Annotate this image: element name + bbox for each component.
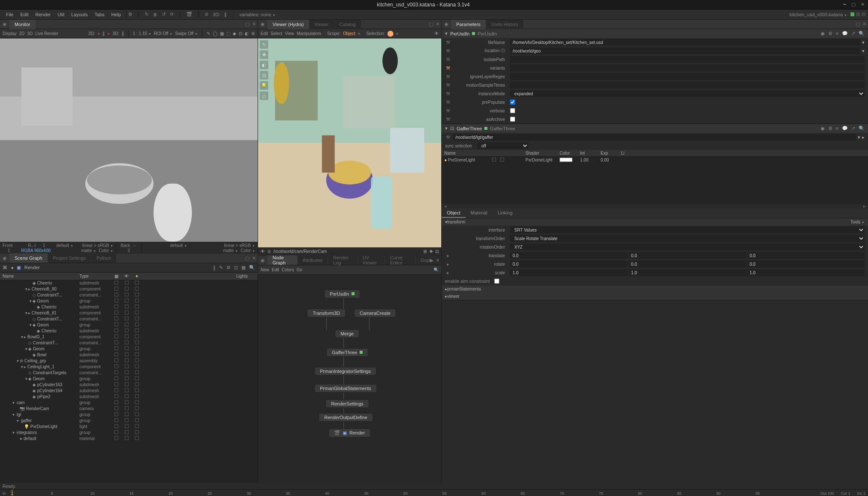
selection-mode-icon[interactable] xyxy=(387,31,393,37)
tab-projectsettings[interactable]: Project Settings xyxy=(48,253,91,263)
menu-util[interactable]: Util xyxy=(54,12,68,17)
light-ck1[interactable] xyxy=(492,158,496,161)
target-icon[interactable]: ⊙ xyxy=(267,249,271,254)
wrench-icon[interactable]: ⚒ xyxy=(445,48,451,54)
sg-home-icon[interactable]: ⌘ xyxy=(3,265,7,270)
subtab-object[interactable]: Object xyxy=(442,208,466,218)
sz-input[interactable] xyxy=(747,269,865,276)
pause-icon[interactable]: ‖ xyxy=(224,12,227,17)
sg-row[interactable]: ▾◆Geomgroup xyxy=(0,376,258,382)
tz-input[interactable] xyxy=(747,252,865,259)
hydra-manip[interactable]: Manipulators xyxy=(297,31,321,36)
monitor-viewport[interactable] xyxy=(0,38,258,242)
node-merge[interactable]: Merge xyxy=(335,329,359,338)
refresh-icon[interactable]: ↻ xyxy=(145,12,149,17)
par-panel-close-icon[interactable]: ✕ xyxy=(862,21,866,27)
opt-b-icon[interactable]: ⚙ xyxy=(828,126,833,131)
info-icon[interactable]: ⓘ xyxy=(501,48,505,53)
sg-breadcrumb[interactable]: Render xyxy=(24,265,40,270)
tab-renderlog[interactable]: Render Log xyxy=(328,255,357,265)
tab-hydra[interactable]: Viewer (Hydra) xyxy=(267,20,309,29)
light-exp[interactable]: 0.00 xyxy=(601,158,621,163)
panel-close-icon[interactable]: ✕ xyxy=(252,21,256,27)
ng-go[interactable]: Go xyxy=(296,267,302,272)
eye-icon[interactable]: 👁 xyxy=(261,249,265,254)
hydra-edit[interactable]: Edit xyxy=(261,31,268,36)
matteB-dropdown[interactable]: matte xyxy=(223,248,238,253)
opt-e-icon[interactable]: ↗ xyxy=(851,126,855,131)
tab-parameters[interactable]: Parameters xyxy=(451,20,486,29)
filename-input[interactable] xyxy=(510,39,860,46)
sg-opt2-icon[interactable]: ▦ xyxy=(241,265,246,270)
expand-icon[interactable]: ▸ xyxy=(445,261,451,267)
collapse-icon[interactable]: ▾ xyxy=(445,31,448,36)
opt-d-icon[interactable]: 💬 xyxy=(842,126,848,131)
archive-check[interactable] xyxy=(510,117,515,122)
hydra-panel-max-icon[interactable]: ▢ xyxy=(429,21,433,27)
sg-row[interactable]: ▾integratorsgroup xyxy=(0,430,258,436)
menu-render[interactable]: Render xyxy=(32,12,54,17)
sg-row[interactable]: ◇ConstraintT...constraint... xyxy=(0,316,258,322)
tool-g-icon[interactable]: ◐ xyxy=(245,31,249,36)
light-color-swatch[interactable] xyxy=(560,158,572,162)
tool-light-icon[interactable]: 💡 xyxy=(260,81,268,90)
sg-row[interactable]: ▾⊕Ceiling_grpassembly xyxy=(0,358,258,364)
variables-dropdown[interactable]: variables: none xyxy=(239,12,276,17)
wrench-icon[interactable]: ⚒ xyxy=(445,40,451,45)
sg-pause-icon[interactable]: ‖ xyxy=(213,265,216,270)
light-list[interactable]: ● PxrDomeLight PxrDomeLight 1.00 0.00 xyxy=(442,157,868,204)
display-label[interactable]: Display xyxy=(3,31,17,36)
wrench-icon[interactable]: ⚒ xyxy=(445,91,451,97)
sg-row[interactable]: ▾lgtgroup xyxy=(0,412,258,418)
expand-icon[interactable]: ▸ xyxy=(445,253,451,258)
sg-row[interactable]: ▾gaffergroup xyxy=(0,418,258,424)
pxrusdin-header[interactable]: ▾ PxrUsdIn PxrUsdIn ◉ ⚙ ≡ 💬 ↗ 🔍 xyxy=(442,29,868,38)
tab-viewer[interactable]: Viewer xyxy=(309,20,334,29)
pause-3d-icon[interactable]: ‖ xyxy=(122,31,124,36)
tab-python[interactable]: Python xyxy=(91,253,116,263)
node-prmanintegrator[interactable]: PrmanIntegratorSettings xyxy=(314,367,376,376)
tool-f-icon[interactable]: ⊡ xyxy=(239,31,242,36)
filename-dropdown[interactable]: kitchen_usd_v003.katana xyxy=(789,12,847,17)
view-mode-icon[interactable]: 👁 xyxy=(434,31,439,36)
tool-h-icon[interactable]: ⚙ xyxy=(251,31,255,36)
sg-pen-icon[interactable]: ✎ xyxy=(219,265,223,270)
colorspaceA-dropdown[interactable]: linear > sRGB xyxy=(82,243,113,248)
sg-row[interactable]: ▾▸CeilingLight_1component xyxy=(0,364,258,370)
ty-input[interactable] xyxy=(628,252,746,259)
wrench-icon[interactable]: ⚒ xyxy=(445,135,451,140)
tab-attributes[interactable]: Attributes xyxy=(298,255,328,265)
tab-scenegraph[interactable]: Scene Graph xyxy=(9,253,47,263)
record-icon[interactable]: ● xyxy=(97,31,100,36)
timeline[interactable]: In 1 51015202530354045505560657075808590… xyxy=(0,489,868,496)
rx-input[interactable] xyxy=(510,261,628,267)
sg-row[interactable]: 📷RenderCamcamera xyxy=(0,406,258,412)
hydra-select[interactable]: Select xyxy=(270,31,282,36)
display-3d[interactable]: 3D xyxy=(27,31,33,36)
sync-select[interactable]: off xyxy=(477,142,528,149)
tab-nodegraph[interactable]: Node Graph xyxy=(267,255,297,265)
ry-input[interactable] xyxy=(628,261,746,267)
gaffer-path-input[interactable] xyxy=(453,134,856,141)
ng-new[interactable]: New xyxy=(261,267,269,272)
gaffer-header[interactable]: ▾ ⊡ GafferThree GafferThree ◉ ⚙ ≡ 💬 ↗ 🔍 xyxy=(442,124,868,133)
panel-menu-icon[interactable]: ◉ xyxy=(3,21,7,27)
sg-row[interactable]: ◇ConstraintTargetsconstraint... xyxy=(0,370,258,376)
ratio-dropdown[interactable]: 1 : 1.15 xyxy=(133,31,151,36)
tool-scale-icon[interactable]: ⊡ xyxy=(260,71,268,79)
path-picker-icon[interactable]: ▸ xyxy=(862,135,865,140)
colorA-dropdown[interactable]: Color xyxy=(99,248,113,253)
transform-group-hdr[interactable]: ▾ transformTools xyxy=(442,218,868,226)
wrench-icon[interactable]: ⚒ xyxy=(445,74,451,79)
sg-row[interactable]: ◆Bowlsubdmesh xyxy=(0,352,258,358)
sg-gear-icon[interactable]: ⚙ xyxy=(226,265,231,270)
interface-select[interactable]: SRT Values xyxy=(510,226,865,233)
opt-e-icon[interactable]: ↗ xyxy=(851,31,855,36)
wrench-icon[interactable]: ⚒ xyxy=(445,82,451,88)
sg-tree[interactable]: ◆Cheeriosubdmesh▾▸CheerioB_80component◇C… xyxy=(0,280,258,484)
wrench-icon[interactable]: ⚒ xyxy=(445,57,451,62)
tool-a-icon[interactable]: ✎ xyxy=(207,31,210,36)
sg-panel-close-icon[interactable]: ✕ xyxy=(252,255,256,261)
ng-play-icon[interactable]: ▶ xyxy=(430,258,433,263)
cam-opt2-icon[interactable]: ✥ xyxy=(429,249,433,254)
